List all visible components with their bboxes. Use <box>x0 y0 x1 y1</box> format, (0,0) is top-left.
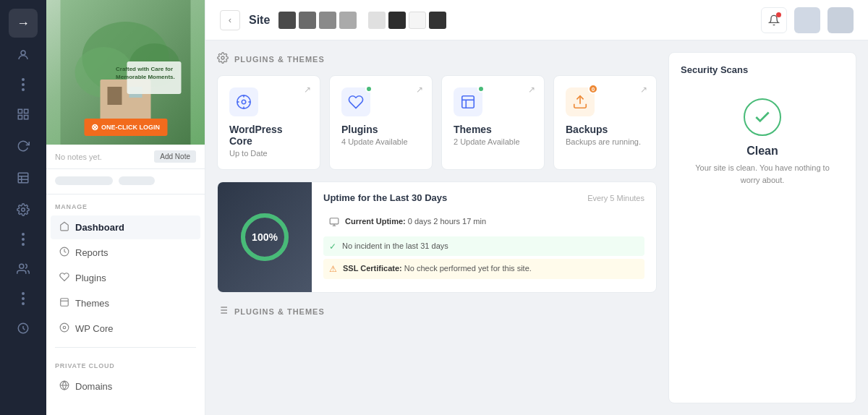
uptime-item-ssl: ⚠ SSL Certificate: No check performed ye… <box>323 259 644 278</box>
sidebar-item-themes[interactable]: Themes <box>51 291 200 315</box>
card-icon-plugins <box>341 87 370 116</box>
uptime-item-incident-text: No incident in the last 31 days <box>342 241 448 252</box>
card-title-plugins: Plugins <box>341 124 420 135</box>
nav-user-icon[interactable] <box>9 40 38 69</box>
bottom-plugins-themes-section: PLUGINS & THEMES <box>217 304 657 328</box>
main-content: ‹ Site <box>205 0 868 415</box>
nav-grid-icon[interactable] <box>9 100 38 129</box>
content-area: PLUGINS & THEMES ↗ <box>205 40 868 415</box>
uptime-circle: 100% <box>236 208 294 266</box>
notification-button[interactable] <box>761 7 787 33</box>
nav-refresh-icon[interactable] <box>9 132 38 161</box>
uptime-section: 100% Uptime for the Last 30 Days Every 5… <box>217 181 657 293</box>
backups-badge: 0 <box>588 84 598 94</box>
themes-status-dot <box>477 85 485 93</box>
bottom-section-icon <box>217 304 229 319</box>
nav-people-icon[interactable] <box>9 254 38 283</box>
svg-rect-1 <box>18 109 22 113</box>
svg-rect-37 <box>330 218 339 224</box>
one-click-login-button[interactable]: ⊗ ONE-CLICK LOGIN <box>84 119 167 136</box>
header-right <box>761 7 854 33</box>
uptime-header: Uptime for the Last 30 Days Every 5 Minu… <box>323 192 644 203</box>
uptime-info: Uptime for the Last 30 Days Every 5 Minu… <box>312 182 656 292</box>
notes-placeholder-text: No notes yet. <box>55 153 102 161</box>
private-cloud-section-label: PRIVATE CLOUD <box>46 354 205 374</box>
plugins-themes-title: PLUGINS & THEMES <box>234 55 325 64</box>
svg-point-23 <box>63 326 66 329</box>
nav-rail: → <box>0 0 46 415</box>
card-sub-plugins: 4 Update Available <box>341 137 420 146</box>
card-themes[interactable]: ↗ Themes 2 Update Available <box>441 75 545 170</box>
uptime-percent-label: 100% <box>252 231 278 243</box>
sidebar-item-domains-label: Domains <box>75 381 112 392</box>
plugins-themes-header: PLUGINS & THEMES <box>217 52 657 67</box>
add-note-button[interactable]: Add Note <box>154 150 196 163</box>
security-title: Security Scans <box>681 64 844 75</box>
nav-dots-1 <box>22 72 25 97</box>
svg-rect-3 <box>18 116 22 119</box>
swatch-3[interactable] <box>319 12 336 29</box>
nav-dots-2 <box>22 227 25 252</box>
card-wordpress-core[interactable]: ↗ WordPress Core U <box>217 75 320 170</box>
sidebar-item-dashboard-label: Dashboard <box>75 222 124 233</box>
sidebar-item-wp-core-label: WP Core <box>75 323 114 334</box>
swatch-5[interactable] <box>368 12 386 29</box>
swatch-2[interactable] <box>299 12 316 29</box>
security-card: Security Scans Clean Your site is clean.… <box>668 52 856 403</box>
svg-rect-4 <box>25 116 28 119</box>
card-arrow-themes: ↗ <box>528 85 535 95</box>
back-button[interactable]: ‹ <box>220 10 240 30</box>
swatch-4[interactable] <box>339 12 357 29</box>
sidebar-item-plugins[interactable]: Plugins <box>51 266 200 290</box>
card-title-themes: Themes <box>454 124 532 135</box>
security-clean-status: Clean Your site is clean. You have nothi… <box>681 87 844 197</box>
sidebar-item-reports[interactable]: Reports <box>51 241 200 265</box>
card-arrow-backups: ↗ <box>640 85 647 95</box>
header-left: ‹ Site <box>220 10 446 30</box>
nav-table-icon[interactable] <box>9 163 38 192</box>
site-preview-image: Crafted with Care for Memorable Moments.… <box>46 0 205 145</box>
sidebar-item-reports-label: Reports <box>75 247 109 258</box>
card-plugins[interactable]: ↗ Plugins 4 Update Available <box>329 75 433 170</box>
card-icon-themes <box>454 87 482 116</box>
card-title-backups: Backups <box>566 124 644 135</box>
swatch-6[interactable] <box>388 12 406 29</box>
card-sub-backups: Backups are running. <box>566 137 644 146</box>
uptime-item-no-incident: ✓ No incident in the last 31 days <box>323 236 644 256</box>
user-avatar[interactable] <box>794 7 820 33</box>
card-title-core: WordPress Core <box>229 124 308 147</box>
header-avatar-2[interactable] <box>827 7 854 33</box>
uptime-chart: 100% <box>218 182 312 292</box>
right-column: Security Scans Clean Your site is clean.… <box>668 52 856 403</box>
svg-rect-21 <box>61 299 69 307</box>
sidebar-item-dashboard[interactable]: Dashboard <box>51 215 200 239</box>
swatch-8[interactable] <box>429 12 446 29</box>
svg-rect-5 <box>18 173 28 183</box>
svg-rect-2 <box>25 109 28 113</box>
card-icon-backups: 0 <box>566 87 595 116</box>
bottom-section-title: PLUGINS & THEMES <box>234 307 325 316</box>
swatch-7[interactable] <box>409 12 426 29</box>
plugins-icon <box>59 272 69 284</box>
card-backups[interactable]: ↗ 0 Backups Backups are running. <box>553 75 657 170</box>
sidebar-item-domains[interactable]: Domains <box>51 375 200 398</box>
svg-point-10 <box>20 264 24 268</box>
site-title: Site <box>249 14 270 27</box>
card-icon-wp <box>229 87 258 116</box>
swatch-1[interactable] <box>278 12 296 29</box>
sidebar-item-wp-core[interactable]: WP Core <box>51 317 200 341</box>
nav-dots-3 <box>22 286 25 311</box>
card-sub-core: Up to Date <box>229 149 308 158</box>
clean-description: Your site is clean. You have nothing to … <box>686 162 838 186</box>
uptime-item-current: Current Uptime: 0 days 2 hours 17 min <box>323 212 644 234</box>
dashboard-icon <box>59 221 69 234</box>
site-overlay-text: Crafted with Care for Memorable Moments. <box>116 65 205 81</box>
nav-settings-icon[interactable] <box>9 195 38 224</box>
card-arrow-core: ↗ <box>304 85 311 95</box>
domains-icon <box>59 380 69 393</box>
card-sub-themes: 2 Update Available <box>454 137 532 146</box>
svg-point-22 <box>60 323 69 332</box>
manage-section-label: MANAGE <box>46 194 205 215</box>
nav-expand-icon[interactable]: → <box>9 9 38 38</box>
nav-admin-icon[interactable] <box>9 314 38 343</box>
